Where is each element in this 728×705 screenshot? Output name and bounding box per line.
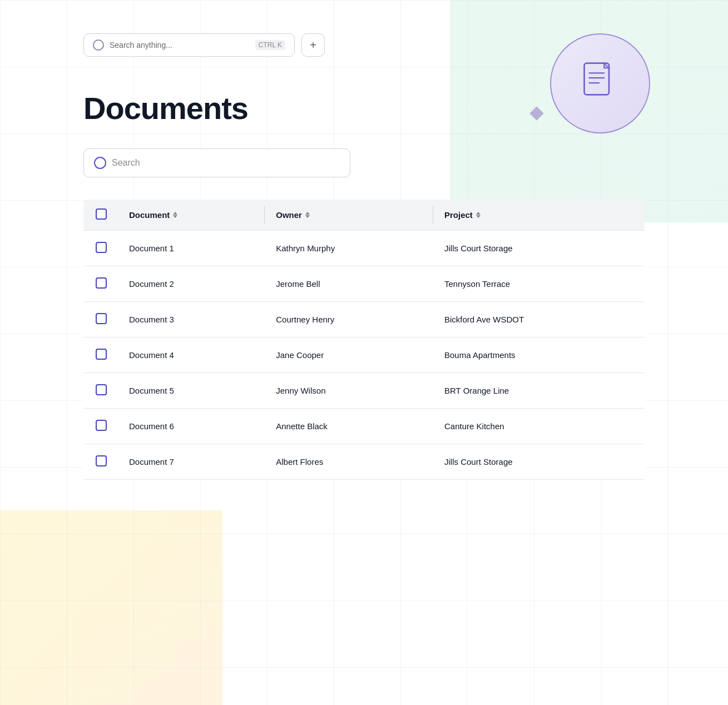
row-project-7: Jills Court Storage — [433, 444, 645, 480]
sort-up-icon — [305, 212, 310, 215]
row-checkbox-cell[interactable] — [83, 266, 118, 302]
row-owner-4: Jane Cooper — [265, 337, 433, 373]
row-checkbox-5[interactable] — [96, 384, 107, 395]
row-checkbox-cell[interactable] — [83, 409, 118, 444]
row-checkbox-3[interactable] — [96, 313, 107, 324]
document-column-label: Document — [129, 210, 170, 220]
owner-sort-icon[interactable] — [305, 212, 310, 218]
global-search-placeholder: Search anything... — [110, 41, 250, 49]
row-project-5: BRT Orange Line — [433, 373, 645, 409]
row-checkbox-1[interactable] — [96, 242, 107, 253]
table-body: Document 1 Kathryn Murphy Jills Court St… — [83, 231, 645, 480]
table-row: Document 1 Kathryn Murphy Jills Court St… — [83, 231, 645, 266]
documents-table: Document Owner — [83, 200, 645, 480]
row-document-2: Document 2 — [118, 266, 265, 302]
row-owner-6: Annette Black — [265, 409, 433, 444]
global-search-input[interactable]: Search anything... CTRL K — [83, 33, 295, 57]
header-document[interactable]: Document — [118, 200, 265, 231]
table-row: Document 3 Courtney Henry Bickford Ave W… — [83, 302, 645, 337]
plus-icon: + — [310, 39, 316, 52]
table-row: Document 6 Annette Black Canture Kitchen — [83, 409, 645, 444]
search-placeholder: Search — [112, 158, 140, 168]
row-checkbox-cell[interactable] — [83, 231, 118, 266]
search-icon — [93, 39, 104, 51]
header-project[interactable]: Project — [433, 200, 645, 231]
row-checkbox-cell[interactable] — [83, 373, 118, 409]
table-row: Document 7 Albert Flores Jills Court Sto… — [83, 444, 645, 480]
sort-up-icon — [173, 212, 177, 215]
document-sort-icon[interactable] — [173, 212, 177, 218]
table-row: Document 2 Jerome Bell Tennyson Terrace — [83, 266, 645, 302]
row-project-4: Bouma Apartments — [433, 337, 645, 373]
row-project-2: Tennyson Terrace — [433, 266, 645, 302]
table-row: Document 5 Jenny Wilson BRT Orange Line — [83, 373, 645, 409]
header-owner[interactable]: Owner — [265, 200, 433, 231]
row-checkbox-cell[interactable] — [83, 444, 118, 480]
row-project-6: Canture Kitchen — [433, 409, 645, 444]
document-icon-circle — [550, 33, 650, 133]
search-input[interactable]: Search — [83, 148, 350, 177]
row-checkbox-cell[interactable] — [83, 337, 118, 373]
row-owner-2: Jerome Bell — [265, 266, 433, 302]
keyboard-hint: CTRL K — [255, 40, 285, 50]
owner-column-label: Owner — [276, 210, 302, 220]
row-checkbox-6[interactable] — [96, 420, 107, 431]
row-owner-5: Jenny Wilson — [265, 373, 433, 409]
sort-down-icon — [476, 215, 481, 218]
table-header: Document Owner — [83, 200, 645, 231]
row-owner-1: Kathryn Murphy — [265, 231, 433, 266]
row-document-3: Document 3 — [118, 302, 265, 337]
row-document-7: Document 7 — [118, 444, 265, 480]
project-column-label: Project — [444, 210, 473, 220]
row-document-5: Document 5 — [118, 373, 265, 409]
project-sort-icon[interactable] — [476, 212, 481, 218]
sort-up-icon — [476, 212, 481, 215]
row-checkbox-4[interactable] — [96, 349, 107, 360]
document-svg-icon — [578, 61, 622, 106]
row-document-6: Document 6 — [118, 409, 265, 444]
row-owner-3: Courtney Henry — [265, 302, 433, 337]
row-checkbox-7[interactable] — [96, 455, 107, 466]
sort-down-icon — [173, 215, 177, 218]
search-field-icon — [94, 157, 106, 169]
row-checkbox-2[interactable] — [96, 277, 107, 289]
add-button[interactable]: + — [301, 33, 325, 57]
row-checkbox-cell[interactable] — [83, 302, 118, 337]
row-project-1: Jills Court Storage — [433, 231, 645, 266]
select-all-checkbox[interactable] — [96, 208, 107, 220]
header-checkbox-cell[interactable] — [83, 200, 118, 231]
row-owner-7: Albert Flores — [265, 444, 433, 480]
sort-down-icon — [305, 215, 310, 218]
row-document-1: Document 1 — [118, 231, 265, 266]
row-project-3: Bickford Ave WSDOT — [433, 302, 645, 337]
table-row: Document 4 Jane Cooper Bouma Apartments — [83, 337, 645, 373]
row-document-4: Document 4 — [118, 337, 265, 373]
